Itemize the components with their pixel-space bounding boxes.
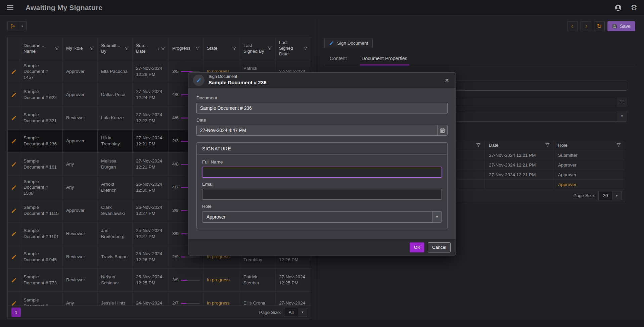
chevron-down-icon: ▼ <box>301 311 304 314</box>
document-label: Document <box>196 95 448 100</box>
submitted-by-cell: Arnold Dietrich <box>98 176 133 199</box>
document-input[interactable] <box>196 103 448 113</box>
column-header-role[interactable]: Role <box>554 140 625 150</box>
dialog-pencil-badge <box>193 75 204 86</box>
signature-date-cell: 27-Nov-2024 12:21 PM <box>485 170 554 179</box>
cancel-button[interactable]: Cancel <box>428 242 451 252</box>
sign-document-button[interactable]: Sign Document <box>324 38 373 48</box>
edit-pencil-icon[interactable] <box>11 92 17 98</box>
dialog-title: Sign Document <box>209 74 267 80</box>
filter-icon[interactable] <box>476 143 480 147</box>
table-row[interactable]: Sample Document # 773 Reviewer Nelson Sc… <box>8 269 311 292</box>
document-name-cell: Sample Document # 773 <box>20 269 63 291</box>
edit-pencil-icon[interactable] <box>11 161 17 167</box>
signature-date-cell: 27-Nov-2024 12:21 PM <box>485 160 554 170</box>
hamburger-menu-icon[interactable] <box>7 5 13 10</box>
document-name-cell: Sample Document # 1508 <box>20 176 63 199</box>
edit-pencil-icon[interactable] <box>11 138 17 144</box>
edit-pencil-icon[interactable] <box>11 254 17 260</box>
edit-pencil-icon[interactable] <box>11 277 17 283</box>
filter-icon[interactable] <box>268 46 272 51</box>
sign-export-button[interactable] <box>7 21 18 31</box>
calendar-button[interactable] <box>617 97 627 107</box>
edit-pencil-icon[interactable] <box>11 69 17 75</box>
sign-document-button-label: Sign Document <box>337 41 368 46</box>
page-number-button[interactable]: 1 <box>11 308 21 317</box>
page-size-dropdown-button[interactable]: ▼ <box>298 308 307 317</box>
sign-document-dialog: Sign Document Sample Document # 236 × Do… <box>188 72 456 255</box>
column-header-state[interactable]: State <box>203 37 240 60</box>
column-header-document-name[interactable]: Docume... Name <box>20 37 63 60</box>
submitted-date-cell: 25-Nov-2024 12:25 PM <box>133 269 169 291</box>
full-name-input[interactable] <box>202 167 442 178</box>
filter-icon[interactable] <box>195 46 200 51</box>
edit-pencil-icon[interactable] <box>11 185 17 190</box>
column-header-submitted-by[interactable]: Submitt... By <box>98 37 133 60</box>
edit-pencil-icon[interactable] <box>11 208 17 214</box>
refresh-button[interactable]: ↻ <box>594 21 605 31</box>
edit-pencil-icon[interactable] <box>11 115 17 121</box>
role-label: Role <box>202 204 442 209</box>
document-name-cell: Sample Document # 1115 <box>20 199 63 222</box>
tab-document-properties[interactable]: Document Properties <box>362 56 407 65</box>
submitted-date-cell: 27-Nov-2024 12:29 PM <box>133 60 169 83</box>
filter-icon[interactable] <box>161 46 165 51</box>
signature-section: SIGNATURE Full Name Email Role Approver … <box>196 142 448 229</box>
sign-export-dropdown-button[interactable]: ▼ <box>18 21 27 31</box>
save-button[interactable]: Save <box>607 21 635 31</box>
progress-bar <box>181 256 200 258</box>
submitted-date-cell: 26-Nov-2024 12:30 PM <box>133 176 169 199</box>
select-dropdown-button[interactable]: ▼ <box>432 212 442 222</box>
my-role-cell: Approver <box>63 199 98 222</box>
column-header-submitted-date[interactable]: Sub... Date↓ <box>133 37 169 60</box>
last-signed-by-cell: Ellis Crona <box>240 292 276 306</box>
nav-previous-button[interactable] <box>567 21 578 31</box>
close-icon[interactable]: × <box>443 76 451 84</box>
my-role-cell: Any <box>63 176 98 199</box>
filter-icon[interactable] <box>303 46 308 51</box>
my-role-cell: Any <box>63 292 98 306</box>
column-header-last-signed-by[interactable]: Last Signed By <box>240 37 276 60</box>
filter-icon[interactable] <box>55 46 59 51</box>
email-input[interactable] <box>202 189 442 200</box>
filter-icon[interactable] <box>232 46 236 51</box>
filter-icon[interactable] <box>616 143 621 147</box>
ok-button[interactable]: OK <box>410 242 424 252</box>
select-dropdown-button[interactable]: ▼ <box>617 111 627 121</box>
chevron-down-icon: ▼ <box>435 215 439 219</box>
date-input[interactable]: 27-Nov-2024 4:47 PM <box>196 125 448 136</box>
user-account-icon[interactable] <box>614 4 622 11</box>
submitted-date-cell: 27-Nov-2024 12:21 PM <box>133 153 169 176</box>
edit-pencil-icon[interactable] <box>11 231 17 237</box>
signature-section-title: SIGNATURE <box>197 143 447 155</box>
full-name-label: Full Name <box>202 159 442 165</box>
calendar-button[interactable] <box>437 125 447 135</box>
submitted-date-cell: 27-Nov-2024 12:24 PM <box>133 83 169 106</box>
chevron-left-icon <box>570 24 575 29</box>
column-header-last-signed-date[interactable]: Last Signed Date <box>276 37 311 60</box>
last-signed-date-cell: 27-Nov-2024 12:25 PM <box>276 269 311 291</box>
edit-pencil-icon[interactable] <box>11 300 17 306</box>
table-row[interactable]: Sample Document # Any Jessie Hintz 24-No… <box>8 292 311 306</box>
submitted-by-cell: Jessie Hintz <box>98 292 133 306</box>
sort-descending-icon[interactable]: ↓ <box>157 46 160 51</box>
filter-icon[interactable] <box>125 46 129 51</box>
pencil-icon <box>329 41 334 46</box>
filter-icon[interactable] <box>90 46 94 51</box>
submitted-by-cell: Travis Bogan <box>98 245 133 268</box>
tab-content[interactable]: Content <box>330 56 347 65</box>
calendar-icon <box>440 128 445 133</box>
nav-next-button[interactable] <box>581 21 591 31</box>
progress-bar <box>181 280 200 281</box>
page-size-dropdown-button[interactable]: ▼ <box>612 191 622 200</box>
role-select[interactable]: Approver ▼ <box>202 211 442 223</box>
filter-icon[interactable] <box>545 143 550 147</box>
settings-gear-icon[interactable]: ⚙ <box>631 4 637 11</box>
column-header-date[interactable]: Date <box>485 140 554 150</box>
page-size-value[interactable]: 20 <box>598 191 612 200</box>
page-size-value[interactable]: All <box>284 308 298 317</box>
column-header-progress[interactable]: Progress <box>169 37 203 60</box>
submitted-by-cell: Nelson Schinner <box>98 269 133 291</box>
column-header-my-role[interactable]: My Role <box>63 37 98 60</box>
email-label: Email <box>202 182 442 187</box>
